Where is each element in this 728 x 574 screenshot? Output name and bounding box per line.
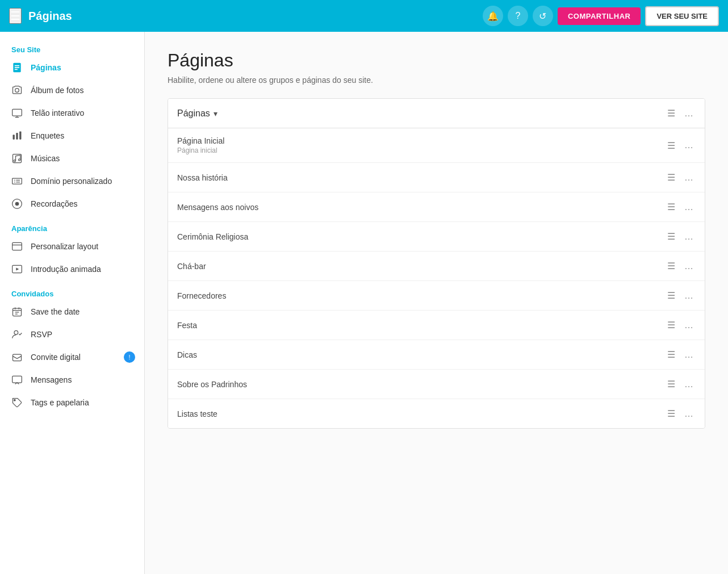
- page-row-info: Fornecedores: [177, 291, 665, 300]
- musicas-icon: [11, 153, 23, 164]
- page-row-name: Chá-bar: [177, 262, 665, 271]
- page-row-info: Nossa história: [177, 173, 665, 182]
- page-row-sub: Página inicial: [177, 146, 665, 154]
- row-reorder-icon[interactable]: ☰: [665, 348, 677, 361]
- sidebar-item-album[interactable]: Álbum de fotos: [0, 79, 144, 102]
- nav-icons: 🔔 ? ↺ COMPARTILHAR VER SEU SITE: [483, 6, 719, 26]
- row-actions: ☰ …: [665, 259, 696, 273]
- sidebar-label-enquetes: Enquetes: [31, 131, 64, 140]
- page-subtitle: Habilite, ordene ou altere os grupos e p…: [168, 76, 705, 85]
- svg-rect-1: [15, 65, 19, 66]
- sidebar-item-recordacoes[interactable]: Recordações: [0, 192, 144, 215]
- table-row: Listas teste ☰ …: [168, 399, 705, 428]
- sidebar-item-mensagens[interactable]: Mensagens: [0, 368, 144, 391]
- personalizar-icon: [11, 241, 23, 252]
- row-more-icon[interactable]: …: [682, 319, 696, 332]
- sidebar-item-personalizar[interactable]: Personalizar layout: [0, 235, 144, 258]
- sidebar-label-album: Álbum de fotos: [31, 86, 83, 95]
- svg-rect-20: [12, 376, 22, 383]
- table-row: Fornecedores ☰ …: [168, 281, 705, 311]
- row-reorder-icon[interactable]: ☰: [665, 171, 677, 184]
- table-row: Cerimônia Religiosa ☰ …: [168, 222, 705, 252]
- hamburger-menu[interactable]: ☰: [9, 8, 22, 24]
- row-more-icon[interactable]: …: [682, 378, 696, 391]
- page-row-info: Cerimônia Religiosa: [177, 232, 665, 241]
- sidebar-label-tags: Tags e papelaria: [31, 398, 89, 407]
- row-more-icon[interactable]: …: [682, 171, 696, 184]
- sidebar-item-tags[interactable]: Tags e papelaria: [0, 391, 144, 414]
- page-row-name: Cerimônia Religiosa: [177, 232, 665, 241]
- help-button[interactable]: ?: [508, 6, 528, 26]
- top-navigation: ☰ Páginas 🔔 ? ↺ COMPARTILHAR VER SEU SIT…: [0, 0, 728, 32]
- row-more-icon[interactable]: …: [682, 231, 696, 243]
- sidebar-item-convite[interactable]: Convite digital !: [0, 346, 144, 368]
- sidebar-item-introducao[interactable]: Introdução animada: [0, 258, 144, 280]
- page-row-info: Sobre os Padrinhos: [177, 380, 665, 389]
- table-row: Chá-bar ☰ …: [168, 252, 705, 281]
- sidebar-section-seu-site: Seu Site: [0, 41, 144, 56]
- row-more-icon[interactable]: …: [682, 349, 696, 361]
- sidebar-label-mensagens: Mensagens: [31, 375, 72, 384]
- convite-badge: !: [124, 351, 135, 363]
- recordacoes-icon: [11, 198, 23, 210]
- pages-table: Páginas ▾ ☰ … Página Inicial Página inic…: [168, 98, 705, 429]
- ver-site-button[interactable]: VER SEU SITE: [645, 6, 719, 26]
- sidebar-item-enquetes[interactable]: Enquetes: [0, 124, 144, 147]
- svg-point-21: [14, 400, 16, 401]
- page-row-name: Página Inicial: [177, 136, 665, 145]
- page-row-name: Fornecedores: [177, 291, 665, 300]
- svg-rect-3: [15, 69, 18, 70]
- album-icon: [11, 85, 23, 96]
- sidebar-item-paginas[interactable]: Páginas: [0, 56, 144, 79]
- row-more-icon[interactable]: …: [682, 290, 696, 302]
- telao-icon: [11, 107, 23, 119]
- page-row-name: Festa: [177, 321, 665, 330]
- rsvp-icon: [11, 329, 23, 340]
- sidebar-item-telao[interactable]: Telão interativo: [0, 102, 144, 124]
- row-reorder-icon[interactable]: ☰: [665, 200, 677, 213]
- row-actions: ☰ …: [665, 230, 696, 243]
- sidebar-item-musicas[interactable]: Músicas: [0, 147, 144, 170]
- svg-rect-12: [12, 178, 22, 184]
- row-reorder-icon[interactable]: ☰: [665, 139, 677, 152]
- sidebar-item-savethedate[interactable]: Save the date: [0, 300, 144, 323]
- row-reorder-icon[interactable]: ☰: [665, 289, 677, 302]
- row-reorder-icon[interactable]: ☰: [665, 407, 677, 420]
- sidebar-section-convidados: Convidados: [0, 285, 144, 300]
- sidebar-label-paginas: Páginas: [31, 63, 61, 72]
- row-actions: ☰ …: [665, 289, 696, 302]
- row-reorder-icon[interactable]: ☰: [665, 319, 677, 332]
- sidebar-item-rsvp[interactable]: RSVP: [0, 323, 144, 346]
- history-button[interactable]: ↺: [533, 6, 553, 26]
- more-options-icon[interactable]: …: [682, 107, 696, 120]
- row-more-icon[interactable]: …: [682, 201, 696, 213]
- row-more-icon[interactable]: …: [682, 260, 696, 273]
- svg-rect-2: [15, 67, 19, 68]
- compartilhar-button[interactable]: COMPARTILHAR: [558, 7, 641, 25]
- sidebar-item-dominio[interactable]: Domínio personalizado: [0, 170, 144, 192]
- table-row: Nossa história ☰ …: [168, 163, 705, 192]
- row-actions: ☰ …: [665, 407, 696, 420]
- row-actions: ☰ …: [665, 378, 696, 391]
- row-actions: ☰ …: [665, 348, 696, 361]
- row-more-icon[interactable]: …: [682, 139, 696, 152]
- main-content: Páginas Habilite, ordene ou altere os gr…: [145, 32, 728, 574]
- svg-rect-7: [16, 133, 18, 140]
- table-row: Sobre os Padrinhos ☰ …: [168, 370, 705, 399]
- sidebar-section-aparencia: Aparência: [0, 220, 144, 235]
- row-more-icon[interactable]: …: [682, 408, 696, 420]
- row-reorder-icon[interactable]: ☰: [665, 259, 677, 273]
- reorder-icon[interactable]: ☰: [665, 107, 677, 120]
- svg-point-4: [15, 89, 19, 93]
- svg-rect-8: [19, 132, 21, 140]
- notifications-button[interactable]: 🔔: [483, 6, 503, 26]
- savethedate-icon: [11, 306, 23, 317]
- row-actions: ☰ …: [665, 200, 696, 213]
- page-row-info: Chá-bar: [177, 262, 665, 271]
- row-reorder-icon[interactable]: ☰: [665, 378, 677, 391]
- svg-rect-5: [12, 109, 22, 116]
- row-reorder-icon[interactable]: ☰: [665, 230, 677, 243]
- tags-icon: [11, 397, 23, 408]
- page-row-info: Listas teste: [177, 409, 665, 418]
- svg-point-14: [15, 202, 19, 206]
